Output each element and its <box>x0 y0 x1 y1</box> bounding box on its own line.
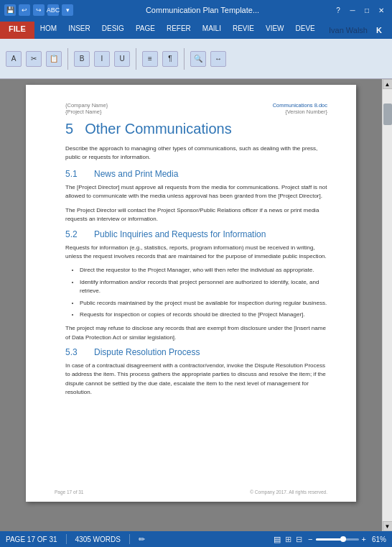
section52-list: Direct the requestor to the Project Mana… <box>80 266 327 319</box>
main-area: {Company Name} {Project Name} Communicat… <box>0 79 392 531</box>
more-icon[interactable]: ▾ <box>62 4 73 16</box>
document-container: {Company Name} {Project Name} Communicat… <box>0 79 382 531</box>
ribbon-sep-2 <box>136 48 136 70</box>
section51-para1: The [Project Director] must approve all … <box>65 183 327 201</box>
window-controls: ? ─ □ ✕ <box>332 4 388 16</box>
section52-heading: 5.2 Public Inquiries and Requests for In… <box>65 229 327 239</box>
tab-insert[interactable]: INSER <box>62 22 96 39</box>
ribbon-sep-1 <box>67 48 68 70</box>
page-footer: Page 17 of 31 © Company 2017. All rights… <box>55 487 327 495</box>
list-item: Direct the requestor to the Project Mana… <box>80 266 327 275</box>
list-item: Public records maintained by the project… <box>80 299 327 308</box>
footer-copyright: © Company 2017. All rights reserved. <box>250 489 327 495</box>
ribbon-btn-1[interactable]: A <box>6 51 22 67</box>
scroll-down-arrow[interactable]: ▼ <box>383 521 393 531</box>
section5-title: Other Communications <box>85 121 232 137</box>
ribbon-btn-6[interactable]: U <box>114 51 130 67</box>
section52-intro: Requests for information (e.g., statisti… <box>65 244 327 262</box>
ribbon-btn-10[interactable]: ↔ <box>210 51 226 67</box>
tab-view[interactable]: VIEW <box>260 22 290 39</box>
tab-design[interactable]: DESIG <box>96 22 130 39</box>
quick-access-toolbar: 💾 ↩ ↪ ABC ▾ <box>4 4 73 16</box>
close-button[interactable]: ✕ <box>375 4 388 16</box>
ribbon-btn-2[interactable]: ✂ <box>26 51 42 67</box>
ribbon-btn-4[interactable]: B <box>74 51 90 67</box>
status-sep-2 <box>129 534 130 544</box>
communications-link[interactable]: Communications 8.doc <box>273 102 327 109</box>
section52-closing: The project may refuse to disclose any r… <box>65 324 327 342</box>
edit-icon[interactable]: ✏ <box>139 535 145 544</box>
zoom-fill <box>316 538 342 541</box>
zoom-minus[interactable]: − <box>308 535 312 543</box>
section53-para: In case of a contractual disagreement wi… <box>65 362 327 397</box>
status-bar: PAGE 17 OF 31 4305 WORDS ✏ ▤ ⊞ ⊟ − + 61% <box>0 531 392 547</box>
tab-mailings[interactable]: MAILI <box>197 22 227 39</box>
section53-heading: 5.3 Dispute Resolution Process <box>65 347 327 357</box>
zoom-thumb[interactable] <box>340 536 346 542</box>
tab-file[interactable]: FILE <box>0 22 34 39</box>
section51-title: News and Print Media <box>94 169 178 179</box>
section52-number: 5.2 <box>65 229 83 239</box>
zoom-percent: 61% <box>372 535 386 543</box>
zoom-slider[interactable]: − + <box>308 535 366 543</box>
ribbon-sep-3 <box>184 48 185 70</box>
section51-number: 5.1 <box>65 169 83 179</box>
web-layout-icon[interactable]: ⊞ <box>285 535 291 544</box>
print-layout-icon[interactable]: ▤ <box>274 535 281 544</box>
section5-intro: Describe the approach to managing other … <box>65 144 327 162</box>
tab-page[interactable]: PAGE <box>130 22 161 39</box>
tab-references[interactable]: REFER <box>161 22 197 39</box>
document-page: {Company Name} {Project Name} Communicat… <box>26 85 356 502</box>
save-icon[interactable]: 💾 <box>4 4 16 16</box>
user-avatar: K <box>370 22 388 39</box>
list-item: Identify information and/or records that… <box>80 278 327 296</box>
page-count: PAGE 17 OF 31 <box>6 535 57 543</box>
status-sep-1 <box>66 534 67 544</box>
scroll-up-arrow[interactable]: ▲ <box>383 79 393 89</box>
ribbon-tabs: FILE HOM INSER DESIG PAGE REFER MAILI RE… <box>0 20 392 39</box>
zoom-track[interactable] <box>316 538 359 541</box>
minimize-button[interactable]: ─ <box>346 4 359 16</box>
section51-heading: 5.1 News and Print Media <box>65 169 327 179</box>
tab-home[interactable]: HOM <box>34 22 62 39</box>
ribbon-btn-7[interactable]: ≡ <box>142 51 158 67</box>
read-mode-icon[interactable]: ⊟ <box>296 535 302 544</box>
ribbon-btn-5[interactable]: I <box>94 51 110 67</box>
ribbon-btn-8[interactable]: ¶ <box>162 51 178 67</box>
ribbon-btn-9[interactable]: 🔍 <box>190 51 206 67</box>
page-header: {Company Name} {Project Name} Communicat… <box>65 102 327 115</box>
project-name: {Project Name} <box>65 109 108 115</box>
zoom-plus[interactable]: + <box>362 535 366 543</box>
version-number: {Version Number} <box>285 109 327 115</box>
maximize-button[interactable]: □ <box>360 4 373 16</box>
tab-review[interactable]: REVIE <box>227 22 260 39</box>
ribbon-body: A ✂ 📋 B I U ≡ ¶ 🔍 ↔ <box>0 39 392 79</box>
section5-number: 5 <box>65 121 73 137</box>
spell-icon[interactable]: ABC <box>47 4 59 16</box>
word-count: 4305 WORDS <box>75 535 121 543</box>
layout-icons: ▤ ⊞ ⊟ <box>274 535 302 544</box>
section52-title: Public Inquiries and Requests for Inform… <box>94 229 266 239</box>
redo-icon[interactable]: ↪ <box>33 4 45 16</box>
ribbon: FILE HOM INSER DESIG PAGE REFER MAILI RE… <box>0 20 392 79</box>
user-name: Ivan Walsh <box>329 26 368 35</box>
help-button[interactable]: ? <box>332 4 345 16</box>
undo-icon[interactable]: ↩ <box>19 4 30 16</box>
section51-para2: The Project Director will contact the Pr… <box>65 206 327 224</box>
company-name: {Company Name} <box>65 102 108 109</box>
vertical-scrollbar[interactable]: ▲ ▼ <box>382 79 392 531</box>
header-right: Communications 8.doc {Version Number} <box>273 102 327 115</box>
section5-heading: 5 Other Communications <box>65 121 327 137</box>
title-bar: 💾 ↩ ↪ ABC ▾ Communication Plan Template.… <box>0 0 392 20</box>
tab-developer[interactable]: DEVE <box>290 22 321 39</box>
status-right: ▤ ⊞ ⊟ − + 61% <box>274 535 386 544</box>
scroll-track[interactable] <box>383 89 393 521</box>
section53-title: Dispute Resolution Process <box>94 347 200 357</box>
user-area: Ivan Walsh K <box>329 22 388 39</box>
ribbon-btn-3[interactable]: 📋 <box>46 51 62 67</box>
footer-page: Page 17 of 31 <box>55 489 83 495</box>
section53-number: 5.3 <box>65 347 83 357</box>
scroll-thumb[interactable] <box>383 104 392 125</box>
header-left: {Company Name} {Project Name} <box>65 102 108 115</box>
list-item: Requests for inspection or copies of rec… <box>80 311 327 319</box>
